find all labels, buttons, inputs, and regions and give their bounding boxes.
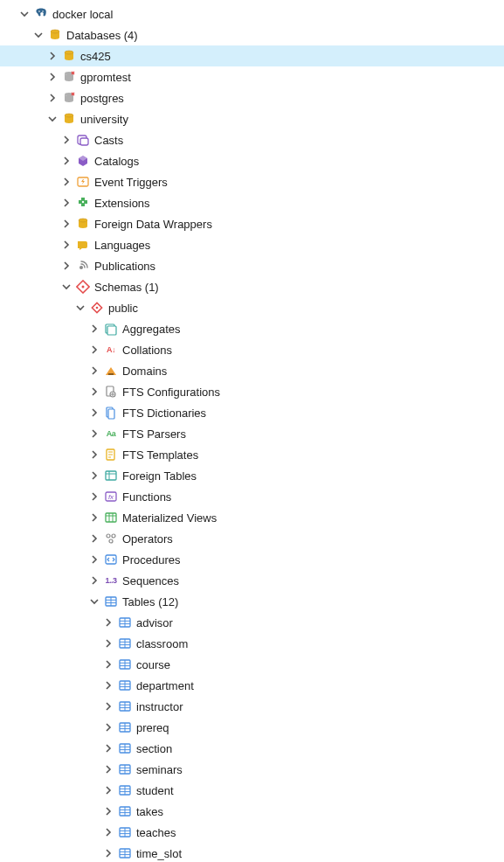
tree-node-fts-templates[interactable]: FTS Templates <box>0 444 504 465</box>
object-browser-tree[interactable]: docker localDatabases (4)cs425gpromtestp… <box>0 0 504 862</box>
tree-node-label: FTS Configurations <box>122 386 497 399</box>
tree-node-fts-conf[interactable]: FTS Configurations <box>0 381 504 402</box>
chevron-right-icon[interactable] <box>101 783 115 797</box>
tree-node-label: gpromtest <box>80 71 497 84</box>
tree-node-publications[interactable]: Publications <box>0 255 504 276</box>
chevron-right-icon[interactable] <box>101 762 115 776</box>
tree-node-t-time_slot[interactable]: time_slot <box>0 843 504 862</box>
chevron-right-icon[interactable] <box>101 846 115 860</box>
chevron-right-icon[interactable] <box>59 133 73 147</box>
tree-node-db-cs425[interactable]: cs425 <box>0 45 504 66</box>
chevron-right-icon[interactable] <box>59 259 73 273</box>
chevron-right-icon[interactable] <box>87 406 101 420</box>
chevron-right-icon[interactable] <box>101 825 115 839</box>
chevron-down-icon[interactable] <box>45 112 59 126</box>
chevron-down-icon[interactable] <box>73 301 87 315</box>
svg-text:fx: fx <box>108 493 114 501</box>
tree-node-sequences[interactable]: 1..3Sequences <box>0 570 504 591</box>
chevron-right-icon[interactable] <box>87 343 101 357</box>
tree-node-languages[interactable]: Languages <box>0 234 504 255</box>
tree-node-t-section[interactable]: section <box>0 738 504 759</box>
tree-node-schemas[interactable]: Schemas (1) <box>0 276 504 297</box>
tree-node-t-student[interactable]: student <box>0 780 504 801</box>
chevron-right-icon[interactable] <box>87 448 101 462</box>
tree-node-public[interactable]: public <box>0 297 504 318</box>
chevron-right-icon[interactable] <box>87 385 101 399</box>
chevron-right-icon[interactable] <box>87 511 101 525</box>
chevron-right-icon[interactable] <box>87 322 101 336</box>
tree-node-label: Aggregates <box>122 323 497 336</box>
tree-node-fdw[interactable]: Foreign Data Wrappers <box>0 213 504 234</box>
tree-node-procedures[interactable]: Procedures <box>0 549 504 570</box>
chevron-right-icon[interactable] <box>101 678 115 692</box>
chevron-right-icon[interactable] <box>45 70 59 84</box>
chevron-right-icon[interactable] <box>101 804 115 818</box>
tree-node-label: Casts <box>94 134 497 147</box>
chevron-right-icon[interactable] <box>45 49 59 63</box>
tree-node-label: public <box>108 302 497 315</box>
tree-node-fts-parsers[interactable]: AaFTS Parsers <box>0 423 504 444</box>
tree-node-t-prereq[interactable]: prereq <box>0 717 504 738</box>
chevron-right-icon[interactable] <box>59 154 73 168</box>
chevron-right-icon[interactable] <box>59 196 73 210</box>
tree-node-t-department[interactable]: department <box>0 675 504 696</box>
chevron-right-icon[interactable] <box>59 175 73 189</box>
tree-node-t-classroom[interactable]: classroom <box>0 633 504 654</box>
chevron-right-icon[interactable] <box>87 574 101 587</box>
tree-node-tables[interactable]: Tables (12) <box>0 591 504 612</box>
tree-node-t-takes[interactable]: takes <box>0 801 504 822</box>
tree-node-db-university[interactable]: university <box>0 108 504 129</box>
tree-node-server[interactable]: docker local <box>0 3 504 24</box>
elephant-icon <box>33 6 49 22</box>
tree-node-databases[interactable]: Databases (4) <box>0 24 504 45</box>
tree-node-db-gpromtest[interactable]: gpromtest <box>0 66 504 87</box>
tree-node-mat-views[interactable]: Materialized Views <box>0 507 504 528</box>
tree-node-label: Tables (12) <box>122 595 497 608</box>
tree-node-casts[interactable]: Casts <box>0 129 504 150</box>
tree-node-extensions[interactable]: Extensions <box>0 192 504 213</box>
chevron-right-icon[interactable] <box>87 427 101 441</box>
chevron-down-icon[interactable] <box>31 28 45 42</box>
tree-node-operators[interactable]: Operators <box>0 528 504 549</box>
tree-node-label: teaches <box>136 826 497 839</box>
tree-node-label: Sequences <box>122 574 497 587</box>
chevron-right-icon[interactable] <box>87 532 101 546</box>
chevron-right-icon[interactable] <box>45 91 59 105</box>
chevron-right-icon[interactable] <box>87 364 101 378</box>
tree-node-t-advisor[interactable]: advisor <box>0 612 504 633</box>
tree-node-t-course[interactable]: course <box>0 654 504 675</box>
tree-node-label: Collations <box>122 344 497 357</box>
chevron-right-icon[interactable] <box>101 615 115 629</box>
chevron-right-icon[interactable] <box>101 699 115 713</box>
chevron-down-icon[interactable] <box>59 280 73 294</box>
tree-node-t-seminars[interactable]: seminars <box>0 759 504 780</box>
tree-node-catalogs[interactable]: Catalogs <box>0 150 504 171</box>
chevron-right-icon[interactable] <box>101 741 115 755</box>
chevron-right-icon[interactable] <box>101 720 115 734</box>
tree-node-collations[interactable]: A↓Collations <box>0 339 504 360</box>
language-icon <box>75 237 91 253</box>
chevron-down-icon[interactable] <box>87 594 101 608</box>
chevron-down-icon[interactable] <box>17 7 31 21</box>
chevron-right-icon[interactable] <box>87 469 101 483</box>
table-leaf-icon <box>117 636 133 651</box>
tree-node-t-instructor[interactable]: instructor <box>0 696 504 717</box>
tree-node-domains[interactable]: Domains <box>0 360 504 381</box>
evt-trigger-icon <box>75 174 91 190</box>
tree-node-functions[interactable]: fxFunctions <box>0 486 504 507</box>
chevron-right-icon[interactable] <box>101 657 115 671</box>
chevron-right-icon[interactable] <box>101 636 115 650</box>
foreign-table-icon <box>103 468 119 483</box>
tree-node-evt-triggers[interactable]: Event Triggers <box>0 171 504 192</box>
chevron-right-icon[interactable] <box>87 490 101 504</box>
chevron-right-icon[interactable] <box>59 217 73 231</box>
schema-icon <box>75 279 91 295</box>
tree-node-label: classroom <box>136 637 497 650</box>
chevron-right-icon[interactable] <box>59 238 73 252</box>
tree-node-t-teaches[interactable]: teaches <box>0 822 504 843</box>
tree-node-fts-dict[interactable]: FTS Dictionaries <box>0 402 504 423</box>
tree-node-aggregates[interactable]: Aggregates <box>0 318 504 339</box>
chevron-right-icon[interactable] <box>87 553 101 567</box>
tree-node-foreign-tables[interactable]: Foreign Tables <box>0 465 504 486</box>
tree-node-db-postgres[interactable]: postgres <box>0 87 504 108</box>
